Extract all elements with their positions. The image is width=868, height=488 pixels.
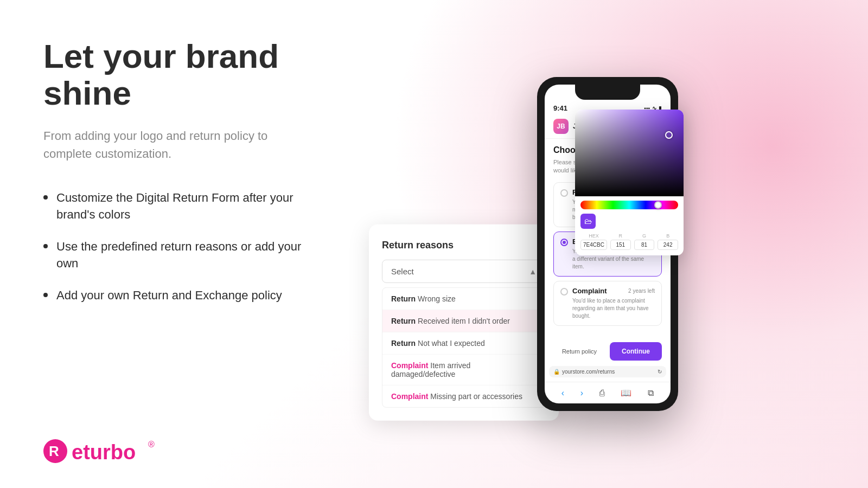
- bullet-text-3: Add your own Return and Exchange policy: [56, 287, 282, 304]
- radio-complaint[interactable]: [560, 288, 568, 296]
- returbo-logo: R eturbo ®: [43, 436, 315, 466]
- dropdown-item-5[interactable]: Complaint Missing part or accessories: [382, 386, 545, 407]
- hex-row: HEX 7E4CBC R 151 G 81 B 242: [575, 233, 684, 255]
- bullet-dot-2: [43, 244, 48, 248]
- b-label: B: [658, 233, 678, 239]
- spectrum-thumb[interactable]: [654, 201, 662, 209]
- color-tools: 🗁: [575, 211, 684, 233]
- item-tag-5: Complaint: [391, 392, 428, 401]
- status-time: 9:41: [553, 104, 567, 112]
- nav-forward-button[interactable]: ›: [580, 388, 583, 398]
- nav-back-button[interactable]: ‹: [561, 388, 564, 398]
- bullet-list: Customize the Digital Return Form after …: [43, 190, 315, 304]
- store-logo: JB: [553, 119, 569, 134]
- nav-tabs-button[interactable]: ⧉: [648, 388, 654, 398]
- hex-label: HEX: [580, 233, 607, 239]
- g-label: G: [634, 233, 655, 239]
- hex-value[interactable]: 7E4CBC: [580, 240, 607, 250]
- item-text-1: Wrong size: [418, 294, 456, 303]
- item-tag-4: Complaint: [391, 361, 428, 370]
- bullet-item-1: Customize the Digital Return Form after …: [43, 190, 315, 223]
- svg-text:R: R: [49, 443, 59, 459]
- g-field: G 81: [634, 233, 655, 250]
- complaint-card-header: Complaint 2 years left: [572, 287, 655, 295]
- bullet-dot-1: [43, 195, 48, 200]
- color-gradient[interactable]: [575, 110, 684, 196]
- b-value[interactable]: 242: [658, 240, 678, 250]
- radio-dot-inner: [563, 241, 566, 244]
- return-policy-button[interactable]: Return policy: [553, 343, 605, 360]
- dropdown-item-1[interactable]: Return Wrong size: [382, 288, 545, 310]
- bullet-item-2: Use the predefined return reasons or add…: [43, 239, 315, 272]
- color-picker-panel: 🗁 HEX 7E4CBC R 151 G 81: [575, 110, 684, 255]
- phone-wrapper: 🗁 HEX 7E4CBC R 151 G 81: [537, 77, 678, 412]
- bullet-text-1: Customize the Digital Return Form after …: [56, 190, 315, 223]
- color-spectrum[interactable]: [580, 201, 678, 209]
- page-subtitle: From adding your logo and return policy …: [43, 127, 315, 163]
- phone-nav-bar: ‹ › ⎙ 📖 ⧉: [545, 382, 671, 403]
- refresh-icon[interactable]: ↻: [658, 369, 662, 375]
- item-tag-1: Return: [391, 294, 416, 303]
- dropdown-list: Return Wrong size Return Received item I…: [382, 287, 546, 408]
- color-cursor[interactable]: [665, 131, 673, 139]
- right-panel: Return reasons Select ▲ Return Wrong siz…: [347, 0, 868, 488]
- r-label: R: [610, 233, 631, 239]
- select-dropdown[interactable]: Select ▲: [382, 260, 546, 283]
- continue-button[interactable]: Continue: [610, 342, 662, 361]
- svg-text:®: ®: [148, 440, 155, 449]
- complaint-card-name: Complaint: [572, 287, 607, 295]
- bullet-text-2: Use the predefined return reasons or add…: [56, 239, 315, 272]
- dropdown-item-3[interactable]: Return Not what I expected: [382, 332, 545, 355]
- dropdown-item-2[interactable]: Return Received item I didn't order: [382, 310, 545, 332]
- hex-field: HEX 7E4CBC: [580, 233, 607, 250]
- item-tag-3: Return: [391, 339, 416, 348]
- complaint-card-content: Complaint 2 years left You'd like to pla…: [572, 287, 655, 320]
- left-panel: Let your brand shine From adding your lo…: [0, 0, 347, 488]
- nav-bookmark-button[interactable]: 📖: [621, 388, 631, 398]
- select-placeholder: Select: [391, 267, 414, 276]
- logo-area: R eturbo ®: [43, 436, 315, 466]
- g-value[interactable]: 81: [634, 240, 655, 250]
- lock-icon: 🔒: [553, 369, 560, 375]
- item-text-5: Missing part or accessories: [430, 392, 522, 401]
- eyedropper-button[interactable]: 🗁: [580, 214, 596, 229]
- address-text[interactable]: yourstore.com/returns: [562, 369, 615, 375]
- item-text-2: Received item I didn't order: [418, 317, 510, 325]
- complaint-card-desc: You'd like to place a complaint regardin…: [572, 297, 655, 320]
- item-text-3: Not what I expected: [418, 339, 485, 348]
- r-field: R 151: [610, 233, 631, 250]
- bullet-item-3: Add your own Return and Exchange policy: [43, 287, 315, 304]
- r-value[interactable]: 151: [610, 240, 631, 250]
- svg-text:eturbo: eturbo: [72, 441, 136, 464]
- return-reasons-title: Return reasons: [382, 240, 546, 251]
- b-field: B 242: [658, 233, 678, 250]
- chevron-up-icon: ▲: [529, 267, 537, 275]
- return-reasons-card: Return reasons Select ▲ Return Wrong siz…: [369, 224, 559, 421]
- phone-footer: Return policy Continue: [545, 337, 671, 366]
- radio-exchange[interactable]: [560, 239, 568, 246]
- nav-share-button[interactable]: ⎙: [599, 388, 605, 398]
- request-card-complaint[interactable]: Complaint 2 years left You'd like to pla…: [553, 281, 662, 326]
- phone-notch: [575, 85, 640, 100]
- logo-svg: R eturbo ®: [43, 436, 157, 466]
- item-tag-2: Return: [391, 317, 416, 325]
- page-title: Let your brand shine: [43, 38, 315, 112]
- dropdown-item-4[interactable]: Complaint Item arrived damaged/defective: [382, 355, 545, 386]
- complaint-card-badge: 2 years left: [628, 288, 655, 294]
- bullet-dot-3: [43, 293, 48, 297]
- phone-address-bar: 🔒 yourstore.com/returns ↻: [549, 366, 666, 377]
- radio-return[interactable]: [560, 189, 568, 197]
